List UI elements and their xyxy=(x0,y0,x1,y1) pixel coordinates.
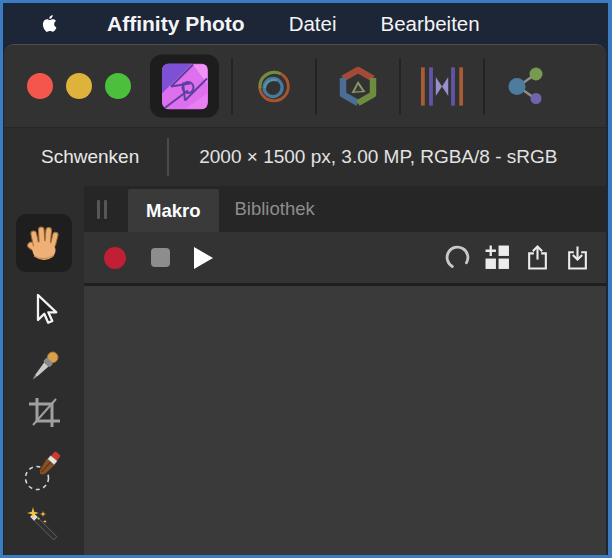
close-button[interactable] xyxy=(27,73,53,99)
app-window: Schwenken 2000 × 1500 px, 3.00 MP, RGBA/… xyxy=(4,44,606,555)
move-cursor-tool-icon xyxy=(26,292,62,328)
menu-app-name[interactable]: Affinity Photo xyxy=(107,12,245,36)
liquify-persona-icon xyxy=(253,65,295,107)
play-button[interactable] xyxy=(192,246,214,270)
menu-bar: Affinity Photo Datei Bearbeiten xyxy=(3,3,608,44)
persona-liquify-button[interactable] xyxy=(251,62,297,110)
zoom-button[interactable] xyxy=(105,73,131,99)
document-info: 2000 × 1500 px, 3.00 MP, RGBA/8 - sRGB xyxy=(199,146,557,168)
macro-panel: Makro Bibliothek xyxy=(84,186,606,555)
context-toolbar: Schwenken 2000 × 1500 px, 3.00 MP, RGBA/… xyxy=(4,128,606,186)
flood-select-wand-tool-icon xyxy=(22,505,66,549)
move-tool-button[interactable] xyxy=(16,282,72,338)
import-macro-button[interactable] xyxy=(564,244,591,271)
export-persona-icon xyxy=(506,66,546,106)
context-separator xyxy=(167,138,169,176)
persona-tone-mapping-button[interactable] xyxy=(419,62,465,110)
toolbar-separator xyxy=(483,58,485,114)
import-icon xyxy=(565,245,590,270)
flood-select-tool-button[interactable] xyxy=(16,499,72,555)
export-icon xyxy=(525,245,550,270)
export-macro-button[interactable] xyxy=(524,244,551,271)
tab-makro[interactable]: Makro xyxy=(128,189,219,232)
apple-icon xyxy=(39,11,60,36)
macro-list-area[interactable] xyxy=(84,286,606,555)
persona-photo-button[interactable] xyxy=(150,55,219,118)
main-area: Makro Bibliothek xyxy=(4,186,606,555)
hand-tool-icon xyxy=(24,223,64,263)
traffic-lights xyxy=(27,73,131,99)
persona-export-button[interactable] xyxy=(503,62,549,110)
tone-mapping-persona-icon xyxy=(420,64,464,108)
crop-tool-button[interactable] xyxy=(16,384,72,440)
apple-menu[interactable] xyxy=(39,11,60,36)
menu-item-datei[interactable]: Datei xyxy=(289,12,337,36)
crop-tool-icon xyxy=(25,393,63,431)
toolbar-separator xyxy=(315,58,317,114)
selection-brush-tool-button[interactable] xyxy=(16,441,72,497)
persona-develop-button[interactable] xyxy=(335,62,381,110)
minimize-button[interactable] xyxy=(66,73,92,99)
affinity-photo-persona-icon xyxy=(162,63,208,109)
hand-tool-button[interactable] xyxy=(16,215,72,271)
panel-drag-grip-icon[interactable] xyxy=(97,200,107,219)
toolbar-separator xyxy=(399,58,401,114)
reset-icon xyxy=(444,244,471,271)
persona-switcher xyxy=(150,55,555,118)
color-picker-tool-icon xyxy=(24,347,64,387)
tab-bibliothek[interactable]: Bibliothek xyxy=(219,186,331,232)
menu-item-bearbeiten[interactable]: Bearbeiten xyxy=(381,12,480,36)
develop-persona-icon xyxy=(339,66,377,106)
stop-button[interactable] xyxy=(151,248,170,267)
add-preset-button[interactable] xyxy=(484,244,511,271)
tools-sidebar xyxy=(4,186,84,555)
toolbar-separator xyxy=(231,58,233,114)
add-preset-icon xyxy=(485,245,510,270)
active-tool-label: Schwenken xyxy=(41,146,139,168)
screenshot-frame: Affinity Photo Datei Bearbeiten xyxy=(0,0,612,558)
selection-brush-tool-icon xyxy=(22,447,66,491)
macro-toolbar xyxy=(84,232,606,286)
reset-macro-button[interactable] xyxy=(444,244,471,271)
panel-tab-strip: Makro Bibliothek xyxy=(84,186,606,232)
record-button[interactable] xyxy=(104,247,126,269)
main-toolbar xyxy=(4,45,606,128)
play-icon xyxy=(192,246,214,270)
